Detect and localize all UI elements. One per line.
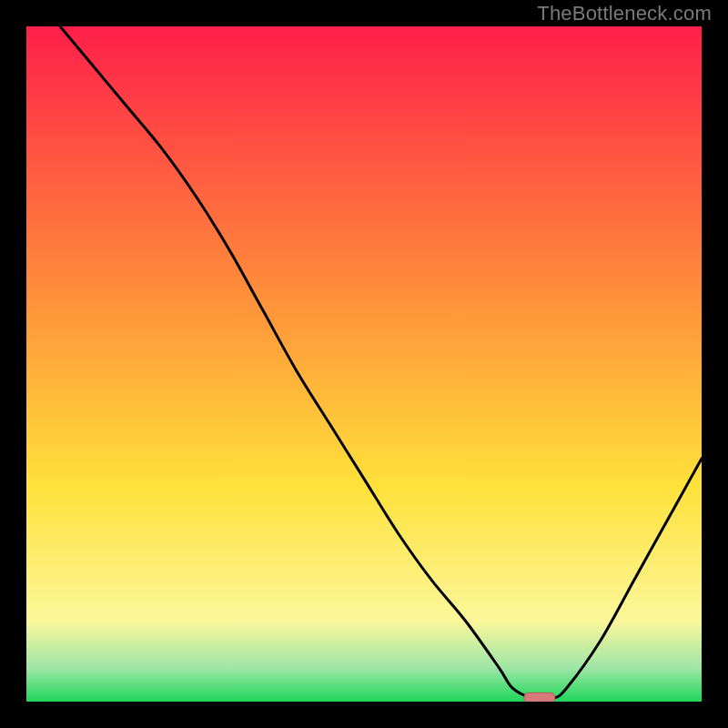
chart-frame: TheBottleneck.com [0, 0, 728, 728]
watermark-text: TheBottleneck.com [537, 2, 712, 25]
optimal-marker [524, 693, 555, 702]
chart-svg [26, 26, 702, 702]
gradient-background [26, 26, 702, 702]
plot-area [26, 26, 702, 702]
